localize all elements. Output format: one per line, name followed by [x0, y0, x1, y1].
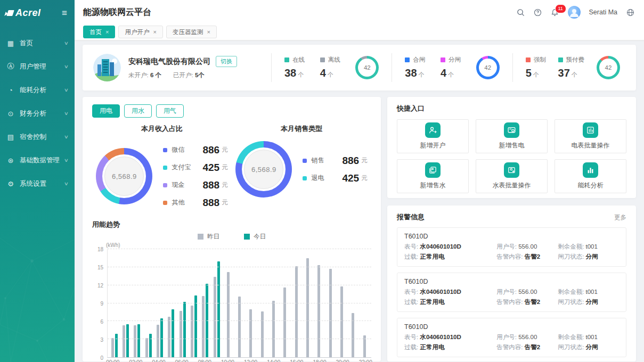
app-window: Acrel ≡ ▦ 首页 ∨ Ⓐ 用户管理 ∨ ◔ 能耗分析 ∨ ⊙ 财务分析: [0, 0, 644, 362]
stat-online: 在线 38个: [284, 56, 305, 79]
page-title: 能源物联网云平台: [83, 7, 151, 18]
alarm-switch-state: 闸刀状态: 分闸: [558, 253, 619, 261]
y-tick-label: 9: [100, 301, 103, 307]
alarm-content: 告警内容: 告警2: [496, 253, 558, 261]
quick-meter-batch-button[interactable]: 电表批量操作: [555, 119, 626, 153]
gear-icon: ⚙: [6, 180, 15, 188]
close-icon[interactable]: ×: [207, 29, 210, 35]
sidebar-item-label: 财务分析: [20, 109, 64, 118]
quick-entry-panel: 快捷入口 新增开户: [387, 97, 636, 198]
quick-sell-water-button[interactable]: 新增售水: [397, 159, 469, 193]
tab-transformer-monitoring[interactable]: 变压器监测 ×: [166, 26, 217, 38]
donut-center-value: 42: [599, 59, 617, 77]
x-tick-label: 18:00: [313, 359, 326, 362]
bar-group-18:00: [313, 249, 324, 357]
sidebar-item-home[interactable]: ▦ 首页 ∨: [0, 31, 75, 55]
close-icon[interactable]: ×: [105, 29, 109, 35]
legend-item-refund: 退电 425 元: [303, 169, 367, 187]
bar-昨日: [261, 311, 264, 357]
bar-昨日: [157, 325, 159, 357]
legend-item-alipay: 支付宝 425 元: [163, 159, 227, 176]
tab-label: 用户开户: [125, 28, 149, 36]
x-tick-label: 00:00: [106, 359, 119, 362]
sidebar-item-label: 用户管理: [20, 62, 64, 71]
legend-color-dot: [163, 148, 167, 152]
bar-group-12:00: [245, 249, 256, 357]
online-color-square: [284, 57, 289, 62]
alarm-device-id: T6010D: [404, 323, 619, 331]
brand-logo[interactable]: Acrel: [7, 7, 41, 19]
prepaid-color-square: [558, 57, 563, 62]
globe-icon[interactable]: [626, 8, 634, 17]
opened-stat: 已开户: 5个: [173, 71, 205, 79]
legend-item-sale: 销售 886 元: [303, 152, 367, 169]
bar-group-09:00: [211, 249, 222, 357]
alarm-panel: 报警信息 更多 T6010D 表号: 水040601010D 用户号: 556.…: [387, 205, 636, 361]
sidebar-item-energy-analysis[interactable]: ◔ 能耗分析 ∨: [0, 78, 75, 102]
sidebar-item-label: 首页: [20, 39, 64, 48]
tab-user-open-account[interactable]: 用户开户 ×: [118, 26, 162, 38]
toggle-gas[interactable]: 用气: [156, 104, 184, 118]
switch-company-button[interactable]: 切换: [216, 56, 237, 67]
top-header: 能源物联网云平台 11 Serati Ma: [75, 0, 644, 24]
sidebar-item-dorm-control[interactable]: ▤ 宿舍控制 ∨: [0, 125, 75, 149]
sidebar-item-system-settings[interactable]: ⚙ 系统设置 ∨: [0, 172, 75, 195]
donut-center-value: 42: [479, 59, 497, 77]
hamburger-menu-icon[interactable]: ≡: [62, 9, 67, 18]
alarm-content: 告警内容: 告警2: [496, 298, 558, 306]
alarm-user-no: 用户号: 556.00: [496, 243, 558, 251]
sidebar: Acrel ≡ ▦ 首页 ∨ Ⓐ 用户管理 ∨ ◔ 能耗分析 ∨ ⊙ 财务分析: [0, 0, 75, 362]
legend-color-dot: [163, 183, 167, 187]
user-avatar[interactable]: [568, 6, 581, 19]
sell-electricity-icon: [504, 122, 519, 138]
quick-water-meter-batch-button[interactable]: 水表批量操作: [476, 159, 548, 193]
tab-home[interactable]: 首页 ×: [83, 26, 115, 38]
company-avatar: [93, 54, 121, 81]
alarm-more-link[interactable]: 更多: [614, 213, 626, 221]
alarm-list-item[interactable]: T6010D 表号: 水040601010D 用户号: 556.00 剩余金额:…: [397, 227, 626, 267]
alarm-list-item[interactable]: T6010D 表号: 水040601010D 用户号: 556.00 剩余金额:…: [397, 318, 626, 357]
notification-bell[interactable]: 11: [551, 8, 559, 17]
quick-energy-analysis-button[interactable]: 能耗分析: [555, 159, 626, 193]
help-icon[interactable]: [534, 8, 542, 17]
legend-item-cash: 现金 888 元: [163, 176, 227, 194]
bar-group-15:00: [279, 249, 290, 357]
quick-new-account-button[interactable]: 新增开户: [397, 119, 469, 153]
header-actions: 11 Serati Ma: [517, 6, 635, 19]
chevron-down-icon: ∨: [64, 134, 69, 139]
coin-icon: ⊙: [6, 110, 15, 118]
y-tick-label: 6: [100, 319, 103, 325]
close-icon[interactable]: ×: [153, 29, 156, 35]
payment-mode-donut: 42: [597, 56, 620, 79]
toggle-water[interactable]: 用水: [124, 104, 152, 118]
alarm-content: 告警内容: 告警2: [496, 343, 558, 351]
alarm-balance: 剩余金额: t001: [558, 243, 619, 251]
y-tick-label: 18: [97, 246, 103, 252]
users-icon: Ⓐ: [6, 62, 15, 71]
income-legend: 微信 886 元 支付宝 425 元: [163, 141, 227, 211]
search-icon[interactable]: [517, 8, 525, 17]
quick-sell-electricity-button[interactable]: 新增售电: [476, 119, 548, 153]
quick-button-label: 新增开户: [420, 141, 446, 150]
toggle-electricity[interactable]: 用电: [92, 104, 120, 118]
income-chart-title: 本月收入占比: [92, 124, 232, 134]
sidebar-item-finance-analysis[interactable]: ⊙ 财务分析 ∨: [0, 102, 75, 125]
bar-group-14:00: [268, 249, 279, 357]
bar-group-06:00: [177, 249, 188, 357]
sidebar-item-user-management[interactable]: Ⓐ 用户管理 ∨: [0, 55, 75, 78]
user-name[interactable]: Serati Ma: [589, 9, 618, 16]
y-tick-label: 12: [97, 283, 103, 289]
trend-chart-title: 用能趋势: [92, 220, 371, 229]
sidebar-item-label: 能耗分析: [20, 86, 64, 95]
alarm-balance: 剩余金额: t001: [558, 288, 619, 296]
bar-昨日: [111, 338, 114, 357]
main-area: 能源物联网云平台 11 Serati Ma: [75, 0, 644, 362]
sidebar-item-label: 基础数据管理: [20, 156, 64, 165]
alarm-list-item[interactable]: T6010D 表号: 水040601010D 用户号: 556.00 剩余金额:…: [397, 273, 626, 312]
chevron-down-icon: ∨: [64, 181, 69, 186]
sidebar-item-basic-data[interactable]: ⊛ 基础数据管理 ∨: [0, 149, 75, 172]
bar-group-19:00: [325, 249, 336, 357]
alarm-switch-state: 闸刀状态: 分闸: [558, 298, 619, 306]
bar-今日: [115, 334, 118, 357]
sales-legend: 销售 886 元 退电 425 元: [303, 152, 367, 187]
